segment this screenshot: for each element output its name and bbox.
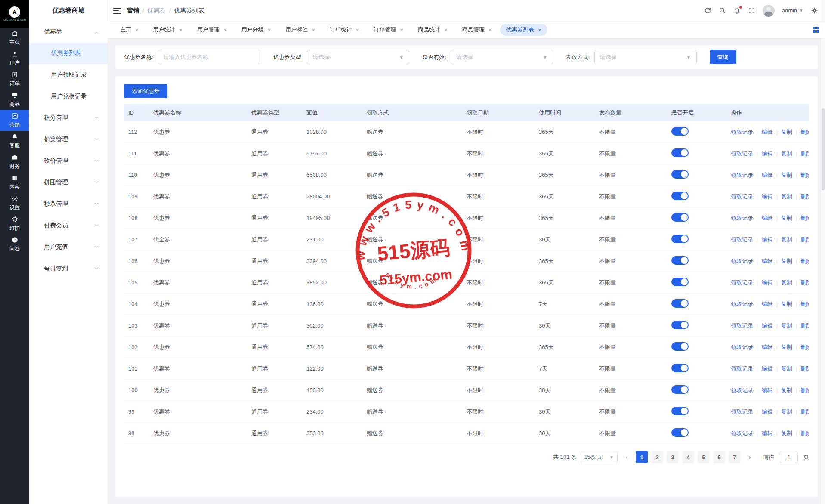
rail-item-问卷[interactable]: ?问卷 — [0, 234, 29, 255]
action-删除[interactable]: 删除 — [800, 408, 809, 415]
action-复制[interactable]: 复制 — [781, 193, 792, 200]
tab-商品统计[interactable]: 商品统计× — [412, 24, 454, 36]
action-复制[interactable]: 复制 — [781, 430, 792, 436]
action-编辑[interactable]: 编辑 — [761, 150, 772, 157]
fullscreen-icon[interactable] — [748, 7, 755, 14]
page-button-3[interactable]: 3 — [667, 451, 679, 463]
close-icon[interactable]: × — [223, 27, 227, 33]
enabled-toggle[interactable] — [671, 213, 689, 222]
action-删除[interactable]: 删除 — [800, 322, 809, 329]
action-复制[interactable]: 复制 — [781, 215, 792, 221]
tab-layout-grid-icon[interactable] — [813, 27, 819, 33]
search-icon[interactable] — [719, 7, 726, 14]
close-icon[interactable]: × — [400, 27, 404, 33]
breadcrumb-item[interactable]: 营销 — [127, 7, 139, 15]
action-领取记录[interactable]: 领取记录 — [731, 215, 753, 221]
action-编辑[interactable]: 编辑 — [761, 215, 772, 221]
enabled-toggle[interactable] — [671, 256, 689, 265]
sidebar-item-用户兑换记录[interactable]: 用户兑换记录 — [29, 86, 108, 107]
close-icon[interactable]: × — [312, 27, 315, 33]
rail-item-营销[interactable]: 营销 — [0, 110, 29, 131]
action-复制[interactable]: 复制 — [781, 365, 792, 372]
rail-item-财务[interactable]: 财务 — [0, 152, 29, 172]
action-删除[interactable]: 删除 — [800, 172, 809, 178]
action-删除[interactable]: 删除 — [800, 279, 809, 286]
filter-input[interactable] — [158, 50, 260, 64]
breadcrumb-item[interactable]: 优惠券列表 — [174, 7, 204, 15]
rail-item-用户[interactable]: 用户 — [0, 48, 29, 69]
scrollbar-track[interactable] — [821, 0, 825, 504]
action-复制[interactable]: 复制 — [781, 172, 792, 178]
action-领取记录[interactable]: 领取记录 — [731, 344, 753, 350]
action-复制[interactable]: 复制 — [781, 258, 792, 264]
prev-page-button[interactable]: ‹ — [621, 451, 632, 463]
action-编辑[interactable]: 编辑 — [761, 236, 772, 243]
filter-select[interactable]: 请选择▼ — [451, 50, 553, 64]
tab-订单统计[interactable]: 订单统计× — [324, 24, 365, 36]
enabled-toggle[interactable] — [671, 364, 689, 372]
enabled-toggle[interactable] — [671, 148, 689, 157]
tab-优惠券列表[interactable]: 优惠券列表× — [500, 24, 547, 36]
close-icon[interactable]: × — [488, 27, 492, 33]
action-领取记录[interactable]: 领取记录 — [731, 365, 753, 372]
action-领取记录[interactable]: 领取记录 — [731, 258, 753, 264]
sidebar-item-用户领取记录[interactable]: 用户领取记录 — [29, 64, 108, 86]
sidebar-group-优惠券[interactable]: 优惠券︿ — [29, 21, 108, 43]
action-删除[interactable]: 删除 — [800, 365, 809, 372]
action-编辑[interactable]: 编辑 — [761, 193, 772, 200]
action-领取记录[interactable]: 领取记录 — [731, 301, 753, 307]
user-avatar[interactable] — [763, 5, 775, 17]
tab-用户管理[interactable]: 用户管理× — [191, 24, 233, 36]
action-删除[interactable]: 删除 — [800, 387, 809, 393]
close-icon[interactable]: × — [538, 27, 541, 33]
goto-page-input[interactable] — [780, 451, 798, 463]
search-button[interactable]: 查询 — [710, 50, 736, 64]
action-编辑[interactable]: 编辑 — [761, 301, 772, 307]
action-领取记录[interactable]: 领取记录 — [731, 430, 753, 436]
rail-item-内容[interactable]: 内容 — [0, 172, 29, 193]
enabled-toggle[interactable] — [671, 407, 689, 415]
action-编辑[interactable]: 编辑 — [761, 365, 772, 372]
page-button-7[interactable]: 7 — [729, 451, 741, 463]
action-删除[interactable]: 删除 — [800, 193, 809, 200]
enabled-toggle[interactable] — [671, 428, 689, 437]
page-button-6[interactable]: 6 — [713, 451, 725, 463]
tab-用户标签[interactable]: 用户标签× — [279, 24, 321, 36]
action-复制[interactable]: 复制 — [781, 150, 792, 157]
action-编辑[interactable]: 编辑 — [761, 172, 772, 178]
action-删除[interactable]: 删除 — [800, 430, 809, 436]
enabled-toggle[interactable] — [671, 278, 689, 286]
rail-item-维护[interactable]: 维护 — [0, 213, 29, 234]
refresh-icon[interactable] — [704, 7, 711, 14]
page-button-4[interactable]: 4 — [682, 451, 694, 463]
enabled-toggle[interactable] — [671, 321, 689, 329]
action-复制[interactable]: 复制 — [781, 301, 792, 307]
action-删除[interactable]: 删除 — [800, 236, 809, 243]
settings-gear-icon[interactable] — [811, 7, 818, 14]
action-删除[interactable]: 删除 — [800, 150, 809, 157]
tab-用户分组[interactable]: 用户分组× — [235, 24, 277, 36]
filter-select[interactable]: 请选择▼ — [307, 50, 409, 64]
enabled-toggle[interactable] — [671, 299, 689, 308]
sidebar-group-每日签到[interactable]: 每日签到﹀ — [29, 258, 108, 279]
action-领取记录[interactable]: 领取记录 — [731, 408, 753, 415]
action-复制[interactable]: 复制 — [781, 322, 792, 329]
tab-商品管理[interactable]: 商品管理× — [456, 24, 498, 36]
action-删除[interactable]: 删除 — [800, 258, 809, 264]
enabled-toggle[interactable] — [671, 342, 689, 351]
next-page-button[interactable]: › — [745, 451, 755, 463]
sidebar-group-拼团管理[interactable]: 拼团管理﹀ — [29, 172, 108, 193]
action-领取记录[interactable]: 领取记录 — [731, 279, 753, 286]
action-编辑[interactable]: 编辑 — [761, 129, 772, 135]
action-编辑[interactable]: 编辑 — [761, 408, 772, 415]
enabled-toggle[interactable] — [671, 235, 689, 243]
page-button-5[interactable]: 5 — [698, 451, 710, 463]
page-size-select[interactable]: 15条/页 ▼ — [581, 451, 618, 463]
action-复制[interactable]: 复制 — [781, 344, 792, 350]
action-复制[interactable]: 复制 — [781, 279, 792, 286]
action-复制[interactable]: 复制 — [781, 408, 792, 415]
action-复制[interactable]: 复制 — [781, 236, 792, 243]
action-编辑[interactable]: 编辑 — [761, 279, 772, 286]
action-领取记录[interactable]: 领取记录 — [731, 172, 753, 178]
filter-select[interactable]: 请选择▼ — [594, 50, 697, 64]
